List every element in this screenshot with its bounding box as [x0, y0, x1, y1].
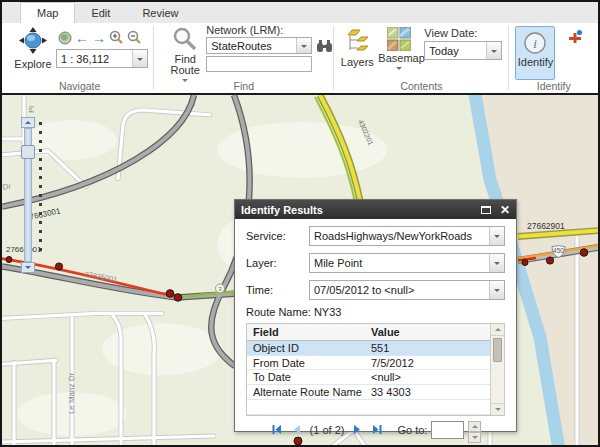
layer-combo[interactable]: Mile Point	[309, 253, 505, 273]
service-label: Service:	[246, 230, 309, 242]
layer-field: Layer: Mile Point	[246, 253, 505, 273]
dialog-body: Service: RoadsHighways/NewYorkRoads Laye…	[235, 219, 516, 443]
table-row[interactable]: Alternate Route Name 33 4303	[247, 385, 490, 400]
forward-arrow-icon[interactable]: →	[92, 31, 106, 45]
svg-text:450: 450	[553, 247, 564, 254]
road-label-right: 27662901	[527, 221, 565, 231]
group-label-find: Find	[154, 80, 333, 92]
navigate-toolbar: ← →	[58, 30, 142, 45]
scrollbar-thumb[interactable]	[493, 338, 502, 362]
identify-route-location-icon[interactable]	[567, 29, 583, 45]
table-row[interactable]: Object ID 551	[247, 341, 490, 356]
group-label-identify: Identify	[509, 80, 598, 92]
attributes-table: Field Value Object ID 551 From Date 7/5/…	[246, 323, 505, 416]
time-value: 07/05/2012 to <null>	[310, 284, 489, 296]
route-name-value: NY33	[314, 306, 342, 318]
svg-text:i: i	[534, 36, 538, 51]
identify-icon: i	[523, 31, 547, 55]
tab-edit[interactable]: Edit	[75, 2, 126, 23]
last-page-icon[interactable]	[371, 423, 384, 436]
tab-map[interactable]: Map	[20, 2, 75, 23]
pagination-bar: (1 of 2) Go to:	[246, 416, 505, 443]
goto-label: Go to:	[397, 424, 427, 436]
network-lrm-value: StateRoutes	[207, 40, 296, 52]
group-navigate: Explore ← →	[6, 23, 153, 93]
identify-button[interactable]: i Identify	[515, 26, 555, 80]
previous-page-icon[interactable]	[290, 423, 303, 436]
view-date-combo[interactable]: Today	[424, 41, 502, 60]
find-route-button[interactable]: Find Route	[162, 26, 208, 87]
layer-label: Layer:	[246, 257, 309, 269]
route-combo-empty[interactable]	[206, 56, 312, 72]
group-label-contents: Contents	[334, 80, 508, 92]
table-row[interactable]: From Date 7/5/2012	[247, 356, 490, 371]
layers-button[interactable]: Layers	[339, 27, 375, 68]
network-lrm-combo[interactable]: StateRoutes	[206, 37, 312, 54]
chevron-down-icon[interactable]	[489, 227, 504, 245]
dialog-title-bar[interactable]: Identify Results ✕	[235, 200, 516, 219]
group-find: Find Route Network (LRM): StateRoutes	[154, 23, 333, 93]
tab-review[interactable]: Review	[126, 2, 194, 23]
chevron-down-icon[interactable]	[296, 38, 311, 53]
junction-marker: 3	[216, 284, 225, 293]
ribbon: Explore ← →	[2, 23, 598, 93]
zoom-slider[interactable]	[21, 117, 36, 273]
zoom-in-icon[interactable]	[109, 30, 124, 45]
explore-button[interactable]: Explore	[10, 27, 56, 70]
chevron-down-icon[interactable]	[489, 254, 504, 272]
goto-page-input[interactable]	[431, 421, 464, 439]
service-value: RoadsHighways/NewYorkRoads	[310, 230, 489, 242]
chevron-down-icon[interactable]	[489, 281, 504, 299]
dialog-title: Identify Results	[241, 204, 323, 216]
table-scrollbar[interactable]	[490, 324, 504, 415]
zoom-slider-thumb[interactable]	[21, 145, 35, 159]
spinner-down-icon[interactable]	[468, 432, 481, 443]
close-icon[interactable]: ✕	[500, 204, 510, 216]
first-page-icon[interactable]	[270, 423, 283, 436]
zoom-slider-down-button[interactable]	[21, 262, 35, 273]
layers-label: Layers	[341, 56, 374, 68]
next-page-icon[interactable]	[351, 423, 364, 436]
group-contents: Layers Basemap View Date:	[334, 23, 508, 93]
zoom-out-icon[interactable]	[127, 30, 142, 45]
scroll-up-icon[interactable]	[491, 324, 504, 336]
spinner-up-icon[interactable]	[468, 421, 481, 432]
time-field: Time: 07/05/2012 to <null>	[246, 280, 505, 300]
group-identify: i Identify Identify	[509, 23, 598, 93]
identify-results-dialog: Identify Results ✕ Service: RoadsHighway…	[234, 199, 517, 432]
view-date-value: Today	[425, 45, 486, 57]
magnifier-icon	[172, 26, 198, 52]
find-route-label-2: Route	[171, 64, 200, 76]
maximize-icon[interactable]	[481, 206, 491, 214]
scroll-down-icon[interactable]	[491, 403, 504, 415]
time-combo[interactable]: 07/05/2012 to <null>	[309, 280, 505, 300]
application-window: Map Edit Review Explore	[0, 0, 600, 447]
zoom-slider-ticks	[39, 122, 42, 257]
basemap-icon	[387, 27, 411, 51]
chevron-down-icon[interactable]	[132, 50, 147, 67]
street-label-le-manz-dr: Le Manz Dr	[67, 373, 76, 414]
goto-spinner[interactable]	[468, 421, 481, 439]
view-date-label: View Date:	[424, 27, 502, 39]
zoom-slider-up-button[interactable]	[21, 117, 35, 128]
basemap-button[interactable]: Basemap	[378, 27, 420, 75]
layers-icon	[344, 27, 370, 55]
service-combo[interactable]: RoadsHighways/NewYorkRoads	[309, 226, 505, 246]
street-label-pl: Pl	[27, 106, 36, 113]
table-header: Field Value	[247, 324, 490, 341]
network-lrm-label: Network (LRM):	[206, 24, 312, 36]
scale-combo[interactable]: 1 : 36,112	[56, 49, 148, 68]
route-name-label: Route Name:	[246, 306, 311, 318]
time-label: Time:	[246, 284, 309, 296]
back-arrow-icon[interactable]: ←	[75, 31, 89, 45]
page-indicator: (1 of 2)	[310, 424, 345, 436]
route-name-line: Route Name: NY33	[246, 306, 505, 318]
map-view[interactable]: 3 450 27663001 27663001 27825001 2766290…	[2, 93, 598, 445]
compass-icon	[18, 27, 48, 57]
table-row[interactable]: To Date <null>	[247, 370, 490, 385]
value-column-header: Value	[365, 324, 490, 340]
globe-icon[interactable]	[58, 31, 72, 45]
chevron-down-icon[interactable]	[486, 42, 501, 59]
table-row-partial	[247, 400, 490, 415]
binoculars-icon[interactable]	[316, 39, 333, 54]
